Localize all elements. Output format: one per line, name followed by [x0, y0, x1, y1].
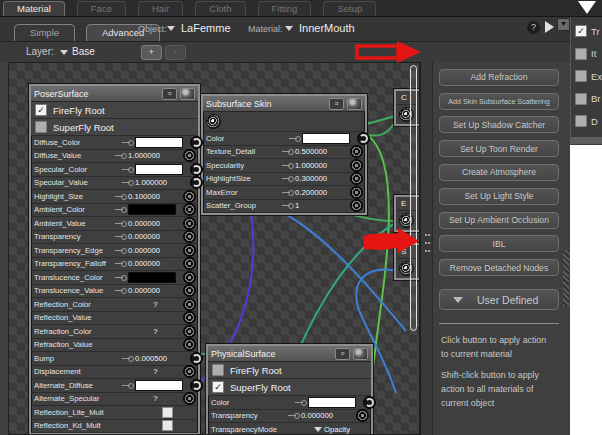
plug-icon[interactable]	[190, 136, 203, 149]
dial-icon[interactable]	[183, 392, 196, 405]
key-icon[interactable]	[115, 152, 127, 159]
color-swatch[interactable]	[302, 133, 350, 144]
key-icon[interactable]	[282, 148, 294, 155]
room-tab-material[interactable]: Material	[3, 1, 65, 16]
room-tab-hair[interactable]: Hair	[138, 1, 183, 16]
dial-icon[interactable]	[183, 284, 196, 297]
node-preview-icon[interactable]	[353, 348, 368, 360]
bump-value[interactable]: 0.000500	[135, 354, 190, 363]
firefly-root-checkbox[interactable]: ✓	[35, 104, 47, 116]
ambient-color-value[interactable]	[128, 204, 183, 215]
node-posersurface[interactable]: PoserSurface≡✓FireFly RootSuperFly RootD…	[29, 84, 200, 435]
scatter-group-value[interactable]: 1	[295, 201, 350, 210]
specular-color-value[interactable]	[135, 164, 190, 175]
specular-value-value[interactable]: 1.000000	[135, 178, 190, 187]
room-tab-setup[interactable]: Setup	[323, 1, 376, 16]
node-list-icon[interactable]: ≡	[162, 88, 177, 100]
remove-detached-nodes-button[interactable]: Remove Detached Nodes	[439, 259, 559, 276]
key-icon[interactable]	[122, 166, 134, 173]
shader-node-graph[interactable]: PoserSurface≡✓FireFly RootSuperFly RootD…	[8, 62, 420, 435]
key-icon[interactable]	[122, 355, 134, 362]
room-tab-face[interactable]: Face	[77, 1, 126, 16]
texture-detail-value[interactable]: 0.500000	[295, 147, 350, 156]
key-icon[interactable]	[282, 189, 294, 196]
dial-icon[interactable]	[350, 172, 363, 185]
maxerror-value[interactable]: 0.200000	[295, 188, 350, 197]
node-preview-icon[interactable]	[347, 98, 362, 110]
translucence-color-value[interactable]	[128, 272, 183, 283]
dial-icon[interactable]	[356, 409, 369, 422]
node-preview-icon[interactable]	[180, 88, 195, 100]
dial-icon[interactable]	[183, 365, 196, 378]
dial-icon[interactable]	[350, 145, 363, 158]
layer-selector[interactable]: Base	[72, 46, 95, 57]
plug-icon[interactable]	[190, 379, 203, 392]
dial-icon[interactable]	[183, 244, 196, 257]
plug-icon[interactable]	[357, 132, 370, 145]
key-icon[interactable]	[115, 193, 127, 200]
key-icon[interactable]	[288, 412, 300, 419]
key-icon[interactable]	[295, 399, 307, 406]
node-list-icon[interactable]: ≡	[335, 348, 350, 360]
key-icon[interactable]	[115, 247, 127, 254]
color-value[interactable]	[302, 133, 357, 144]
room-tab-fitting[interactable]: Fitting	[258, 1, 312, 16]
reflection-lite-mult-value[interactable]	[141, 407, 196, 418]
alternate-specular-value[interactable]: ?	[128, 394, 183, 403]
key-icon[interactable]	[115, 260, 127, 267]
specular-color-swatch[interactable]	[135, 164, 183, 175]
key-icon[interactable]	[115, 287, 127, 294]
material-dropdown-icon[interactable]	[285, 26, 293, 31]
node-subsurface-skin[interactable]: Subsurface Skin≡ColorTexture_Detail0.500…	[201, 94, 367, 215]
set-up-shadow-catcher-button[interactable]: Set Up Shadow Catcher	[439, 116, 559, 133]
diffuse-color-value[interactable]	[135, 137, 190, 148]
object-dropdown-icon[interactable]	[167, 26, 175, 31]
it-checkbox[interactable]	[575, 48, 587, 60]
transparencymode-value[interactable]: Opacity	[314, 425, 369, 434]
room-tab-cloth[interactable]: Cloth	[195, 1, 245, 16]
tr-checkbox[interactable]: ✓	[575, 25, 587, 37]
node-physicalsurface[interactable]: PhysicalSurface≡FireFly Root✓SuperFly Ro…	[206, 344, 373, 435]
key-icon[interactable]	[282, 175, 294, 182]
superfly-root-checkbox[interactable]	[35, 121, 47, 133]
add-layer-button[interactable]: +	[141, 45, 162, 60]
next-arrow-icon[interactable]	[545, 21, 554, 33]
key-icon[interactable]	[115, 206, 127, 213]
set-up-ambient-occlusion-button[interactable]: Set Up Ambient Occlusion	[439, 212, 559, 229]
tab-simple[interactable]: Simple	[14, 24, 75, 41]
reflection-kd-mult-value[interactable]	[141, 420, 196, 431]
diffuse-color-swatch[interactable]	[135, 137, 183, 148]
drag-handle-icon[interactable]	[424, 231, 431, 255]
reflection-kd-mult-box[interactable]	[162, 420, 173, 431]
node-list-icon[interactable]: ≡	[329, 98, 344, 110]
create-atmosphere-button[interactable]: Create Atmosphere	[439, 164, 559, 181]
dial-icon[interactable]	[350, 199, 363, 212]
key-icon[interactable]	[122, 179, 134, 186]
dial-icon[interactable]	[183, 190, 196, 203]
key-icon[interactable]	[115, 233, 127, 240]
translucence-value-value[interactable]: 0.000000	[128, 286, 183, 295]
alternate-diffuse-value[interactable]	[135, 380, 190, 391]
displacement-value[interactable]: ?	[128, 367, 183, 376]
key-icon[interactable]	[282, 202, 294, 209]
window-resize-gripper-icon[interactable]	[563, 250, 569, 306]
dial-icon[interactable]	[350, 159, 363, 172]
transparency-edge-value[interactable]: 0.000000	[128, 246, 183, 255]
plug-icon[interactable]	[190, 163, 203, 176]
material-selector[interactable]: InnerMouth	[299, 22, 355, 34]
user-defined-button[interactable]: User Defined	[439, 289, 559, 310]
node-header[interactable]: Subsurface Skin≡	[203, 96, 365, 112]
dial-icon[interactable]	[183, 338, 196, 351]
key-icon[interactable]	[282, 162, 294, 169]
refraction-color-value[interactable]: ?	[128, 327, 183, 336]
set-up-toon-render-button[interactable]: Set Up Toon Render	[439, 140, 559, 157]
br-checkbox[interactable]	[575, 93, 587, 105]
dial-icon[interactable]	[183, 271, 196, 284]
palette-resize-bar[interactable]	[570, 137, 602, 144]
dial-icon[interactable]	[183, 257, 196, 270]
dial-icon[interactable]	[183, 217, 196, 230]
object-selector[interactable]: LaFemme	[181, 22, 231, 34]
key-icon[interactable]	[115, 220, 127, 227]
add-refraction-button[interactable]: Add Refraction	[439, 69, 559, 86]
alternate-diffuse-swatch[interactable]	[135, 380, 183, 391]
